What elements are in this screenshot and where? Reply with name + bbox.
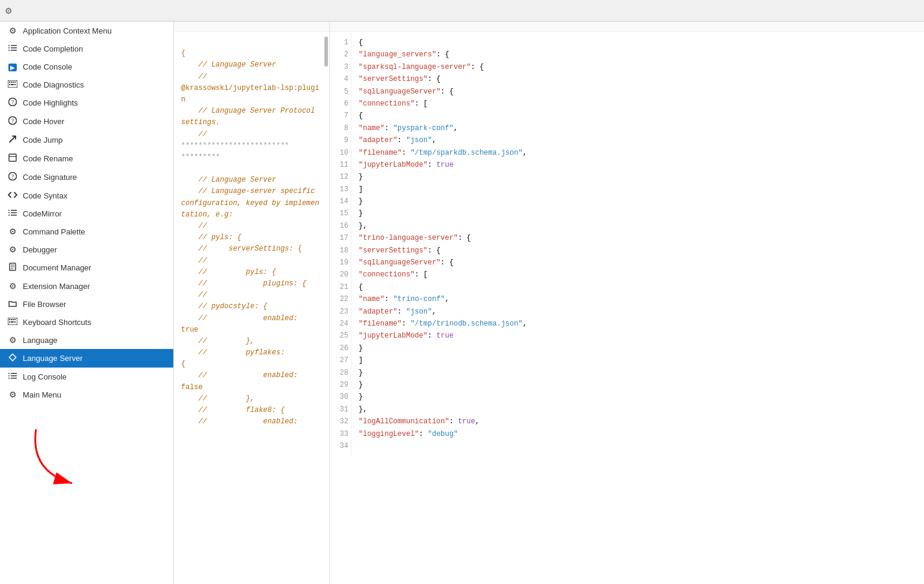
sidebar-item-extension-manager[interactable]: ⚙Extension Manager [0, 277, 173, 295]
json-line-7: { [359, 110, 917, 122]
sidebar-item-code-signature[interactable]: ?Code Signature [0, 168, 173, 186]
sidebar-label-codemirror: CodeMirror [23, 209, 62, 218]
json-line-34 [359, 440, 917, 452]
svg-text:?: ? [11, 173, 14, 180]
sidebar-item-code-console[interactable]: ▶Code Console [0, 58, 173, 76]
json-line-28: } [359, 367, 917, 379]
main-container: ⚙Application Context MenuCode Completion… [0, 22, 924, 584]
sidebar-label-debugger: Debugger [23, 245, 57, 254]
json-line-20: "connections": [ [359, 269, 917, 281]
json-line-18: "serverSettings": { [359, 245, 917, 257]
line-number-34: 34 [335, 440, 348, 452]
codemirror-icon [7, 209, 18, 218]
sidebar-item-debugger[interactable]: ⚙Debugger [0, 240, 173, 258]
sidebar-item-code-hover[interactable]: ?Code Hover [0, 112, 173, 131]
svg-rect-25 [8, 210, 10, 211]
line-number-26: 26 [335, 342, 348, 354]
json-line-13: ] [359, 183, 917, 195]
sidebar-item-code-jump[interactable]: Code Jump [0, 131, 173, 149]
line-number-24: 24 [335, 318, 348, 330]
json-line-24: "filename": "/tmp/trinodb.schema.json", [359, 318, 917, 330]
sidebar-item-application-context-menu[interactable]: ⚙Application Context Menu [0, 22, 173, 40]
line-number-30: 30 [335, 391, 348, 403]
title-bar-left: ⚙ [5, 6, 16, 16]
json-line-23: "adapter": "json", [359, 306, 917, 318]
svg-rect-37 [9, 321, 10, 323]
svg-rect-1 [11, 47, 17, 49]
sidebar-item-language[interactable]: ⚙Language [0, 331, 173, 349]
svg-rect-11 [9, 84, 10, 85]
sidebar-label-code-completion: Code Completion [23, 44, 83, 53]
code-syntax-icon [7, 191, 18, 200]
sidebar-item-keyboard-shortcuts[interactable]: Keyboard Shortcuts [0, 313, 173, 331]
json-line-10: "filename": "/tmp/sparkdb.schema.json", [359, 147, 917, 159]
code-console-icon: ▶ [7, 62, 18, 71]
sidebar-label-language: Language [23, 336, 58, 345]
code-completion-icon [7, 44, 18, 53]
json-line-15: } [359, 207, 917, 219]
line-number-1: 1 [335, 37, 348, 49]
sidebar-item-file-browser[interactable]: File Browser [0, 295, 173, 313]
document-manager-icon [7, 263, 18, 273]
file-browser-icon [7, 299, 18, 309]
svg-rect-18 [9, 154, 16, 161]
line-number-17: 17 [335, 232, 348, 244]
arrow-indicator [18, 423, 114, 495]
svg-rect-22 [11, 210, 17, 211]
system-defaults-content[interactable]: { // Language Server // @krassowski/jupy… [174, 32, 329, 584]
sidebar-label-code-hover: Code Hover [23, 117, 64, 126]
sidebar-item-code-rename[interactable]: Code Rename [0, 149, 173, 168]
sidebar-item-codemirror[interactable]: CodeMirror [0, 204, 173, 222]
user-prefs-panel: 1234567891011121314151617181920212223242… [330, 22, 924, 584]
sidebar-label-keyboard-shortcuts: Keyboard Shortcuts [23, 318, 91, 327]
sidebar-item-code-diagnostics[interactable]: Code Diagnostics [0, 76, 173, 94]
line-number-16: 16 [335, 220, 348, 232]
sidebar-item-log-console[interactable]: Log Console [0, 368, 173, 386]
sidebar-label-file-browser: File Browser [23, 300, 66, 309]
sidebar: ⚙Application Context MenuCode Completion… [0, 22, 174, 584]
svg-rect-44 [8, 373, 10, 374]
svg-rect-27 [8, 215, 10, 216]
sidebar-label-language-server: Language Server [23, 354, 83, 363]
sidebar-label-code-signature: Code Signature [23, 173, 77, 182]
line-number-32: 32 [335, 416, 348, 428]
svg-rect-10 [14, 82, 16, 83]
line-number-20: 20 [335, 269, 348, 281]
line-numbers: 1234567891011121314151617181920212223242… [330, 32, 351, 457]
json-line-31: }, [359, 404, 917, 416]
svg-rect-46 [8, 378, 10, 379]
line-number-13: 13 [335, 183, 348, 195]
json-line-19: "sqlLanguageServer": { [359, 257, 917, 269]
sidebar-item-code-highlights[interactable]: ?Code Highlights [0, 94, 173, 112]
sidebar-item-main-menu[interactable]: ⚙Main Menu [0, 386, 173, 404]
command-palette-icon: ⚙ [7, 227, 18, 236]
json-line-17: "trino-language-server": { [359, 232, 917, 244]
svg-rect-34 [11, 319, 12, 320]
code-diagnostics-icon [7, 80, 18, 89]
user-prefs-content[interactable]: 1234567891011121314151617181920212223242… [330, 32, 924, 584]
sidebar-item-code-completion[interactable]: Code Completion [0, 40, 173, 58]
svg-rect-4 [8, 47, 10, 49]
line-number-18: 18 [335, 245, 348, 257]
sidebar-item-document-manager[interactable]: Document Manager [0, 258, 173, 277]
json-line-4: "serverSettings": { [359, 73, 917, 85]
sidebar-item-command-palette[interactable]: ⚙Command Palette [0, 222, 173, 240]
json-editor: 1234567891011121314151617181920212223242… [330, 32, 924, 457]
line-number-3: 3 [335, 61, 348, 73]
line-number-5: 5 [335, 86, 348, 98]
sidebar-items-container: ⚙Application Context MenuCode Completion… [0, 22, 173, 404]
line-number-4: 4 [335, 73, 348, 85]
json-line-14: } [359, 195, 917, 207]
json-line-26: } [359, 342, 917, 354]
svg-rect-24 [11, 215, 17, 216]
main-menu-icon: ⚙ [7, 390, 18, 399]
line-number-29: 29 [335, 379, 348, 391]
sidebar-label-code-diagnostics: Code Diagnostics [23, 80, 84, 89]
sidebar-item-code-syntax[interactable]: Code Syntax [0, 186, 173, 204]
json-line-3: "sparksql-language-server": { [359, 61, 917, 73]
sidebar-label-log-console: Log Console [23, 372, 67, 381]
sidebar-label-command-palette: Command Palette [23, 227, 85, 236]
system-defaults-header [174, 22, 329, 32]
code-hover-icon: ? [7, 116, 18, 127]
sidebar-item-language-server[interactable]: Language Server [0, 349, 173, 368]
